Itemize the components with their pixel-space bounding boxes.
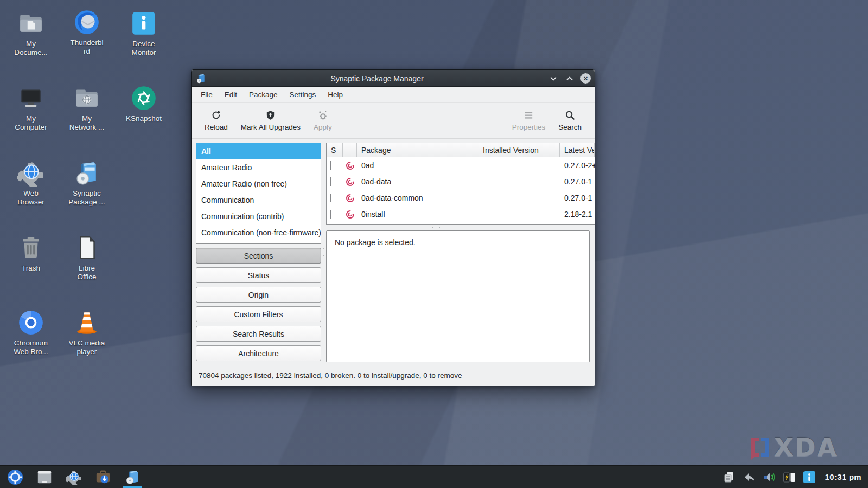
desktop-icon-my-network[interactable]: My Network ... [58,85,116,132]
computer-icon [17,85,44,112]
volume-tray-icon[interactable] [763,471,776,484]
minimize-button[interactable] [548,73,559,84]
section-list: All Amateur Radio Amateur Radio (non fre… [196,143,321,244]
desktop-icon-label: Trash [22,264,40,273]
latest-version: 0.27.0-1 [560,177,595,186]
desktop-icon-my-documents[interactable]: My Docume... [2,10,60,57]
menubar: File Edit Package Settings Help [192,87,595,103]
taskbar: 10:31 pm [0,465,868,488]
gear-icon [317,110,328,120]
latest-version: 2.18-2.1 [560,210,595,219]
column-header-installed[interactable]: Installed Version [478,143,560,157]
synaptic-task-button[interactable] [124,468,141,486]
section-item-amateur-radio[interactable]: Amateur Radio [196,159,321,176]
column-header-package[interactable]: Package [357,143,478,157]
network-folder-icon [73,85,100,112]
mark-all-upgrades-button[interactable]: Mark All Upgrades [234,110,307,131]
section-item-all[interactable]: All [196,143,321,159]
app-menu-icon [7,469,23,485]
synaptic-task-icon [124,469,141,485]
section-item-amateur-radio-nonfree[interactable]: Amateur Radio (non free) [196,176,321,192]
software-installer-button[interactable] [94,468,112,486]
desktop-icon-web-browser[interactable]: Web Browser [2,159,60,207]
maximize-button[interactable] [564,73,575,84]
close-button[interactable]: × [580,73,591,84]
section-item-communication-nonfree[interactable]: Communication (non-free-firmware) [196,224,321,241]
desktop-icon-label: Synaptic Package ... [68,189,105,207]
menu-edit[interactable]: Edit [219,87,243,102]
bracket-left-icon [751,438,759,457]
architecture-button[interactable]: Architecture [196,345,321,361]
desktop-icon-label: Chromium Web Bro... [14,339,48,356]
info-icon [130,10,157,37]
table-row[interactable]: 0ad-data 0.27.0-1 [327,174,595,190]
column-header-latest[interactable]: Latest Version [560,143,595,157]
package-name: 0ad-data-common [357,194,478,202]
section-item-communication[interactable]: Communication [196,192,321,208]
desktop-icon-ksnapshot[interactable]: KSnapshot [114,85,173,123]
synaptic-app-icon [195,73,206,84]
desktop-icon-label: Libre Office [77,264,96,281]
installer-briefcase-icon [95,469,111,485]
column-header-icon[interactable] [343,143,357,157]
menu-package[interactable]: Package [243,87,284,102]
titlebar[interactable]: Synaptic Package Manager × [192,70,595,87]
toolbar: Reload Mark All Upgrades Apply Propertie… [192,103,595,139]
menu-settings[interactable]: Settings [284,87,322,102]
desktop-icon-label: VLC media player [69,339,105,356]
status-text: 70804 packages listed, 1922 installed, 0… [199,371,462,380]
column-header-s[interactable]: S [327,143,343,157]
reload-button[interactable]: Reload [198,110,234,131]
origin-filter-button[interactable]: Origin [196,287,321,303]
latest-version: 0.27.0-2+b1 [560,161,595,170]
filter-buttons: Sections Status Origin Custom Filters Se… [196,248,321,361]
desktop-icon-device-monitor[interactable]: Device Monitor [114,10,173,57]
web-browser-task-button[interactable] [65,468,82,486]
device-monitor-tray-icon[interactable] [803,471,816,484]
window-content: All Amateur Radio Amateur Radio (non fre… [192,139,595,365]
package-name: 0install [357,210,478,219]
package-name: 0ad [357,161,478,170]
window-title: Synaptic Package Manager [206,74,548,83]
package-checkbox[interactable] [330,161,331,170]
desktop-icon-vlc[interactable]: VLC media player [58,309,116,356]
sections-filter-button[interactable]: Sections [196,248,321,264]
folder-icon [17,10,44,37]
file-manager-button[interactable] [36,468,53,486]
custom-filters-button[interactable]: Custom Filters [196,306,321,322]
package-pane: S Package Installed Version Latest Versi… [326,143,595,362]
app-menu-button[interactable] [7,468,24,486]
desktop-icon-chromium[interactable]: Chromium Web Bro... [2,309,60,356]
package-checkbox[interactable] [330,177,331,186]
desktop-icon-thunderbird[interactable]: Thunderbi rd [58,9,116,56]
package-detail-panel: No package is selected. [326,230,590,362]
taskbar-clock[interactable]: 10:31 pm [825,472,861,481]
desktop-icon-trash[interactable]: Trash [2,234,60,273]
table-row[interactable]: 0ad 0.27.0-2+b1 [327,157,595,174]
menu-file[interactable]: File [195,87,219,102]
desktop-icon-libreoffice[interactable]: Libre Office [58,234,116,281]
search-button[interactable]: Search [552,110,588,131]
horizontal-splitter[interactable] [326,225,595,230]
package-checkbox[interactable] [330,194,331,202]
desktop-icon-label: Device Monitor [131,40,156,57]
status-filter-button[interactable]: Status [196,267,321,283]
battery-tray-icon[interactable] [783,471,796,484]
document-icon [73,234,100,261]
table-row[interactable]: 0install 2.18-2.1 [327,206,595,222]
package-checkbox[interactable] [330,210,331,219]
section-item-communication-contrib[interactable]: Communication (contrib) [196,208,321,224]
shield-icon [265,110,276,120]
desktop-icon-synaptic[interactable]: Synaptic Package ... [58,159,116,207]
table-row[interactable]: 0ad-data-common 0.27.0-1 [327,190,595,206]
bracket-right-icon [761,438,769,457]
menu-help[interactable]: Help [322,87,349,102]
vertical-splitter[interactable] [321,143,326,362]
search-results-button[interactable]: Search Results [196,326,321,342]
clipboard-tray-icon[interactable] [723,471,736,484]
updates-arrow-tray-icon[interactable] [743,471,756,484]
properties-icon [524,110,534,120]
watermark-text: XDA [774,435,838,460]
desktop-icon-my-computer[interactable]: My Computer [2,85,60,132]
sidebar: All Amateur Radio Amateur Radio (non fre… [196,143,321,362]
